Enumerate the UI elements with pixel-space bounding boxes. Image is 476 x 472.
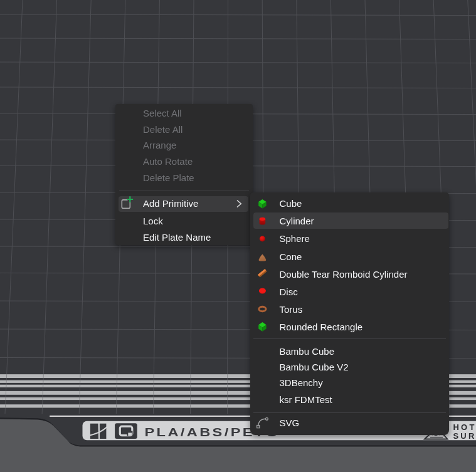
svg-text:SURFACE: SURFACE [453,431,476,441]
